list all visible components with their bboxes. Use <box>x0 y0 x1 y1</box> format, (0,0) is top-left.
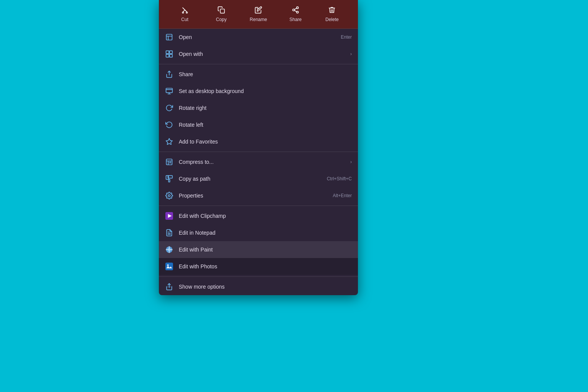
rotate-left-label: Rotate left <box>179 122 352 128</box>
paint-icon <box>165 245 173 254</box>
open-with-label: Open with <box>179 51 345 57</box>
star-icon <box>165 137 173 146</box>
cut-icon <box>181 6 189 15</box>
menu-item-share[interactable]: Share <box>159 66 358 83</box>
cut-button[interactable]: Cut <box>172 4 198 24</box>
svg-line-2 <box>183 10 185 12</box>
more-icon <box>165 283 173 291</box>
svg-point-30 <box>168 248 171 251</box>
share-button[interactable]: Share <box>282 4 309 24</box>
properties-shortcut: Alt+Enter <box>333 193 352 198</box>
svg-rect-5 <box>220 9 224 13</box>
menu-item-edit-notepad[interactable]: Edit in Notepad <box>159 224 358 241</box>
rename-button[interactable]: Rename <box>244 4 272 24</box>
svg-rect-35 <box>166 286 173 287</box>
delete-button[interactable]: Delete <box>318 4 345 24</box>
copy-button[interactable]: Copy <box>208 4 235 24</box>
open-with-arrow: › <box>350 51 352 57</box>
menu-item-rotate-left[interactable]: Rotate left <box>159 116 358 133</box>
menu-item-copy-path[interactable]: Copy as path Ctrl+Shift+C <box>159 170 358 187</box>
menu-item-show-more[interactable]: Show more options <box>159 278 358 295</box>
clipchamp-icon <box>165 212 173 220</box>
open-shortcut: Enter <box>341 34 352 40</box>
toolbar: Cut Copy Rename <box>159 0 358 29</box>
svg-line-10 <box>294 10 297 11</box>
rename-icon <box>255 6 262 15</box>
context-menu: Cut Copy Rename <box>159 0 358 295</box>
divider-1 <box>159 64 358 64</box>
svg-rect-22 <box>167 159 172 165</box>
properties-icon <box>165 191 173 200</box>
edit-paint-label: Edit with Paint <box>179 247 352 253</box>
share-menu-label: Share <box>179 71 352 77</box>
svg-rect-31 <box>165 263 173 270</box>
svg-rect-14 <box>170 51 173 54</box>
svg-point-25 <box>168 195 170 197</box>
open-label: Open <box>179 34 335 40</box>
svg-line-4 <box>183 8 186 11</box>
rename-label: Rename <box>250 17 267 22</box>
svg-rect-16 <box>170 54 173 57</box>
divider-4 <box>159 276 358 277</box>
svg-rect-15 <box>166 54 169 57</box>
menu-item-rotate-right[interactable]: Rotate right <box>159 100 358 116</box>
open-icon <box>165 33 173 41</box>
notepad-icon <box>165 229 173 237</box>
desktop-icon <box>165 87 173 95</box>
menu-item-add-favorites[interactable]: Add to Favorites <box>159 133 358 150</box>
delete-label: Delete <box>325 17 339 22</box>
divider-2 <box>159 152 358 152</box>
add-favorites-label: Add to Favorites <box>179 139 352 145</box>
menu-item-edit-photos[interactable]: Edit with Photos <box>159 258 358 275</box>
photos-icon <box>165 262 173 271</box>
copy-path-icon <box>165 175 173 183</box>
delete-icon <box>328 6 336 15</box>
edit-photos-label: Edit with Photos <box>179 263 352 270</box>
show-more-label: Show more options <box>179 284 352 290</box>
svg-marker-21 <box>166 139 173 145</box>
menu-item-set-desktop[interactable]: Set as desktop background <box>159 83 358 100</box>
share-menu-icon <box>165 70 173 78</box>
set-desktop-label: Set as desktop background <box>179 88 352 94</box>
cut-label: Cut <box>181 17 188 22</box>
menu-item-open-with[interactable]: Open with › <box>159 46 358 62</box>
menu-item-open[interactable]: Open Enter <box>159 29 358 46</box>
share-icon <box>292 6 299 15</box>
divider-3 <box>159 206 358 206</box>
menu-item-edit-clipchamp[interactable]: Edit with Clipchamp <box>159 207 358 224</box>
svg-line-11 <box>294 8 297 9</box>
properties-label: Properties <box>179 193 327 199</box>
menu-item-properties[interactable]: Properties Alt+Enter <box>159 187 358 204</box>
svg-rect-18 <box>166 88 173 93</box>
svg-point-33 <box>167 265 169 266</box>
menu-item-edit-paint[interactable]: Edit with Paint <box>159 241 358 258</box>
menu-item-compress[interactable]: Compress to... › <box>159 154 358 170</box>
copy-path-shortcut: Ctrl+Shift+C <box>327 176 352 181</box>
rotate-right-label: Rotate right <box>179 105 352 111</box>
open-with-icon <box>165 50 173 58</box>
svg-rect-13 <box>166 51 169 54</box>
rotate-left-icon <box>165 121 173 129</box>
share-label: Share <box>289 17 302 22</box>
edit-clipchamp-label: Edit with Clipchamp <box>179 213 352 219</box>
compress-label: Compress to... <box>179 159 345 165</box>
compress-arrow: › <box>350 159 352 165</box>
svg-rect-12 <box>167 34 172 40</box>
copy-icon <box>217 6 225 15</box>
compress-icon <box>165 158 173 166</box>
copy-label: Copy <box>216 17 227 22</box>
rotate-right-icon <box>165 104 173 112</box>
edit-notepad-label: Edit in Notepad <box>179 230 352 236</box>
copy-path-label: Copy as path <box>179 176 322 182</box>
